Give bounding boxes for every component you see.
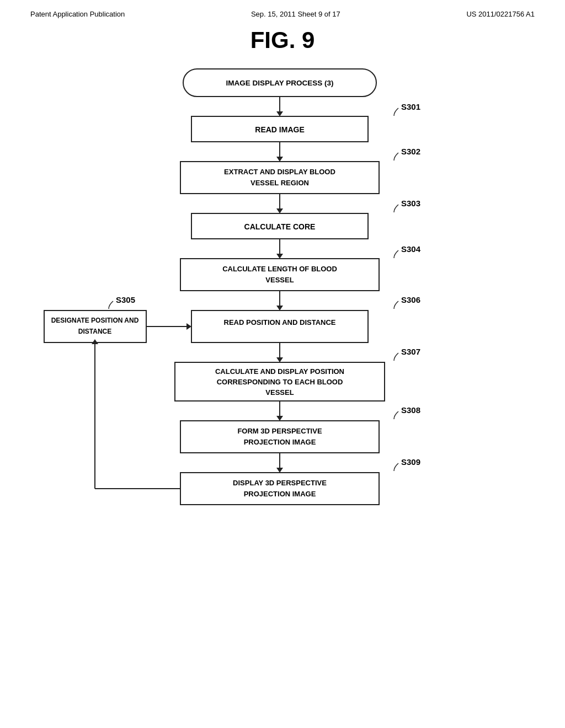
svg-rect-94 [191,311,368,342]
svg-rect-71 [180,162,379,194]
svg-rect-106 [180,421,379,453]
svg-text:VESSEL: VESSEL [265,388,294,397]
svg-rect-82 [180,259,379,291]
svg-text:S309: S309 [401,457,420,467]
svg-marker-64 [276,111,283,116]
svg-text:S306: S306 [401,295,420,304]
svg-marker-69 [276,157,283,162]
svg-text:DESIGNATE POSITION AND: DESIGNATE POSITION AND [51,317,139,324]
svg-text:S305: S305 [116,295,135,304]
svg-text:VESSEL: VESSEL [265,276,294,284]
svg-marker-80 [276,254,283,259]
svg-marker-97 [276,357,283,362]
svg-text:S307: S307 [401,347,420,356]
svg-text:CALCULATE CORE: CALCULATE CORE [244,222,316,231]
header-right: US 2011/0221756 A1 [466,10,535,18]
svg-text:IMAGE DISPLAY PROCESS (3): IMAGE DISPLAY PROCESS (3) [226,79,333,87]
svg-text:S308: S308 [401,405,420,415]
svg-rect-89 [44,311,146,342]
svg-rect-112 [180,473,379,505]
svg-text:READ IMAGE: READ IMAGE [255,125,304,134]
svg-text:DISTANCE: DISTANCE [78,328,111,335]
svg-text:S304: S304 [401,244,421,254]
svg-text:S303: S303 [401,199,420,208]
svg-text:EXTRACT AND DISPLAY BLOOD: EXTRACT AND DISPLAY BLOOD [224,168,335,176]
flowchart: IMAGE DISPLAY PROCESS (3) S301 READ IMAG… [34,65,531,671]
svg-marker-104 [276,416,283,421]
svg-text:CORRESPONDING TO EACH BLOOD: CORRESPONDING TO EACH BLOOD [217,378,343,386]
fig-title: FIG. 9 [0,27,565,53]
page-header: Patent Application Publication Sep. 15, … [0,0,565,23]
header-left: Patent Application Publication [30,10,125,18]
svg-text:CALCULATE LENGTH OF BLOOD: CALCULATE LENGTH OF BLOOD [222,265,337,273]
svg-marker-86 [276,306,283,311]
header-center: Sep. 15, 2011 Sheet 9 of 17 [251,10,340,18]
svg-marker-93 [186,323,191,330]
svg-text:S302: S302 [401,147,420,156]
svg-text:FORM 3D PERSPECTIVE: FORM 3D PERSPECTIVE [237,427,322,435]
svg-text:S301: S301 [401,102,420,111]
svg-text:PROJECTION IMAGE: PROJECTION IMAGE [244,438,316,446]
svg-marker-110 [276,468,283,473]
svg-text:VESSEL REGION: VESSEL REGION [250,179,309,187]
svg-text:PROJECTION IMAGE: PROJECTION IMAGE [244,490,316,498]
svg-marker-75 [276,208,283,213]
svg-text:CALCULATE AND DISPLAY POSITION: CALCULATE AND DISPLAY POSITION [215,367,344,376]
svg-text:DISPLAY 3D PERSPECTIVE: DISPLAY 3D PERSPECTIVE [233,479,327,487]
svg-text:READ POSITION AND DISTANCE: READ POSITION AND DISTANCE [224,318,336,326]
